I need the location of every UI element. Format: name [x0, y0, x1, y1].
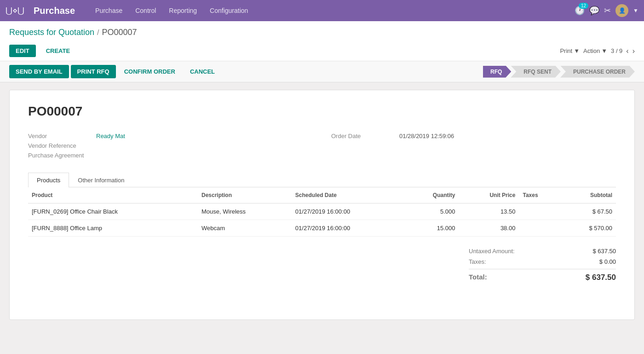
cell-subtotal-2: $ 570.00: [560, 220, 616, 237]
form-fields: Vendor Ready Mat Vendor Reference Purcha…: [28, 133, 616, 159]
action-label: Action: [583, 47, 600, 54]
cell-subtotal-1: $ 67.50: [560, 203, 616, 220]
taxes-value: $ 0.00: [599, 258, 616, 265]
status-step-purchase-order: PURCHASE ORDER: [560, 66, 635, 78]
table-row[interactable]: [FURN_0269] Office Chair Black Mouse, Wi…: [28, 203, 616, 220]
total-value: $ 637.50: [586, 273, 616, 282]
right-fields: Order Date 01/28/2019 12:59:06: [331, 133, 616, 159]
form-card: PO00007 Vendor Ready Mat Vendor Referenc…: [9, 90, 635, 320]
cell-description-2: Webcam: [198, 220, 292, 237]
untaxed-value: $ 637.50: [592, 248, 616, 255]
col-header-unit-price: Unit Price: [459, 187, 519, 203]
cancel-button[interactable]: CANCEL: [184, 65, 221, 78]
col-header-product: Product: [28, 187, 198, 203]
total-label: Total:: [469, 273, 487, 282]
vendor-ref-field: Vendor Reference: [28, 142, 313, 149]
pagination: 3 / 9 ‹ ›: [611, 47, 635, 55]
total-row: Total: $ 637.50: [469, 269, 616, 284]
action-button[interactable]: Action ▼: [583, 47, 607, 54]
order-date-label: Order Date: [331, 133, 396, 139]
main-content: PO00007 Vendor Ready Mat Vendor Referenc…: [0, 82, 644, 327]
clock-icon[interactable]: 🕐 12: [575, 6, 585, 16]
print-chevron-icon: ▼: [574, 47, 580, 54]
cell-product-2: [FURN_8888] Office Lamp: [28, 220, 198, 237]
untaxed-amount-row: Untaxed Amount: $ 637.50: [469, 246, 616, 256]
print-button[interactable]: Print ▼: [560, 47, 580, 54]
menu-reporting[interactable]: Reporting: [163, 4, 202, 17]
purchase-agreement-field: Purchase Agreement: [28, 152, 313, 159]
chat-icon[interactable]: 💬: [589, 6, 599, 16]
status-bar: SEND BY EMAIL PRINT RFQ CONFIRM ORDER CA…: [0, 61, 644, 82]
create-button[interactable]: CREATE: [40, 45, 76, 57]
tab-products[interactable]: Products: [28, 173, 69, 187]
taxes-label: Taxes:: [469, 258, 486, 265]
cell-product-1: [FURN_0269] Office Chair Black: [28, 203, 198, 220]
col-header-description: Description: [198, 187, 292, 203]
purchase-agreement-label: Purchase Agreement: [28, 152, 92, 159]
products-table: Product Description Scheduled Date Quant…: [28, 187, 616, 237]
menu-configuration[interactable]: Configuration: [204, 4, 253, 17]
po-number: PO00007: [28, 104, 616, 119]
vendor-label: Vendor: [28, 133, 92, 139]
cell-scheduled-date-2: 01/27/2019 16:00:00: [292, 220, 405, 237]
avatar[interactable]: 👤: [615, 4, 628, 17]
untaxed-label: Untaxed Amount:: [469, 248, 515, 255]
grid-icon[interactable]: ⋃⋄⋃: [6, 6, 24, 16]
confirm-order-button[interactable]: CONFIRM ORDER: [118, 65, 182, 78]
totals-table: Untaxed Amount: $ 637.50 Taxes: $ 0.00 T…: [469, 246, 616, 284]
tabs: Products Other Information: [28, 173, 616, 187]
breadcrumb: Requests for Quotation / PO00007: [0, 21, 644, 41]
cell-scheduled-date-1: 01/27/2019 16:00:00: [292, 203, 405, 220]
cell-taxes-1: [519, 203, 560, 220]
notification-badge: 12: [579, 3, 588, 9]
edit-button[interactable]: EDIT: [9, 45, 36, 57]
vendor-value[interactable]: Ready Mat: [96, 133, 125, 139]
print-rfq-button[interactable]: PRINT RFQ: [71, 65, 116, 78]
cell-description-1: Mouse, Wireless: [198, 203, 292, 220]
left-fields: Vendor Ready Mat Vendor Reference Purcha…: [28, 133, 313, 159]
breadcrumb-separator: /: [97, 29, 99, 37]
app-title: Purchase: [34, 6, 75, 16]
col-header-taxes: Taxes: [519, 187, 560, 203]
pagination-next[interactable]: ›: [632, 47, 635, 55]
taxes-row: Taxes: $ 0.00: [469, 256, 616, 267]
vendor-ref-label: Vendor Reference: [28, 142, 92, 149]
print-label: Print: [560, 47, 572, 54]
cell-unit-price-2: 38.00: [459, 220, 519, 237]
col-header-subtotal: Subtotal: [560, 187, 616, 203]
user-chevron-icon[interactable]: ▼: [633, 7, 638, 14]
cell-quantity-1: 5.000: [405, 203, 459, 220]
order-date-field: Order Date 01/28/2019 12:59:06: [331, 133, 616, 139]
status-steps: RFQ RFQ SENT PURCHASE ORDER: [483, 66, 635, 78]
menu-purchase[interactable]: Purchase: [90, 4, 128, 17]
cell-unit-price-1: 13.50: [459, 203, 519, 220]
cell-quantity-2: 15.000: [405, 220, 459, 237]
breadcrumb-current: PO00007: [102, 28, 137, 37]
vendor-field: Vendor Ready Mat: [28, 133, 313, 139]
col-header-quantity: Quantity: [405, 187, 459, 203]
send-email-button[interactable]: SEND BY EMAIL: [9, 65, 69, 78]
top-menu: Purchase Control Reporting Configuration: [90, 4, 567, 17]
cell-taxes-2: [519, 220, 560, 237]
menu-control[interactable]: Control: [130, 4, 161, 17]
order-date-value: 01/28/2019 12:59:06: [399, 133, 454, 139]
breadcrumb-parent[interactable]: Requests for Quotation: [9, 28, 94, 37]
action-chevron-icon: ▼: [601, 47, 607, 54]
pagination-prev[interactable]: ‹: [626, 47, 628, 55]
col-header-scheduled-date: Scheduled Date: [292, 187, 405, 203]
topnav-right: 🕐 12 💬 ✂ 👤 ▼: [575, 4, 638, 17]
pagination-text: 3 / 9: [611, 47, 622, 54]
totals-section: Untaxed Amount: $ 637.50 Taxes: $ 0.00 T…: [28, 246, 616, 284]
tab-other-information[interactable]: Other Information: [69, 173, 133, 187]
table-row[interactable]: [FURN_8888] Office Lamp Webcam 01/27/201…: [28, 220, 616, 237]
top-navigation: ⋃⋄⋃ Purchase Purchase Control Reporting …: [0, 0, 644, 21]
status-step-rfq-sent: RFQ SENT: [511, 66, 561, 78]
scissors-icon[interactable]: ✂: [604, 6, 611, 16]
action-bar: EDIT CREATE Print ▼ Action ▼ 3 / 9 ‹ ›: [0, 41, 644, 61]
status-step-rfq: RFQ: [483, 66, 511, 78]
